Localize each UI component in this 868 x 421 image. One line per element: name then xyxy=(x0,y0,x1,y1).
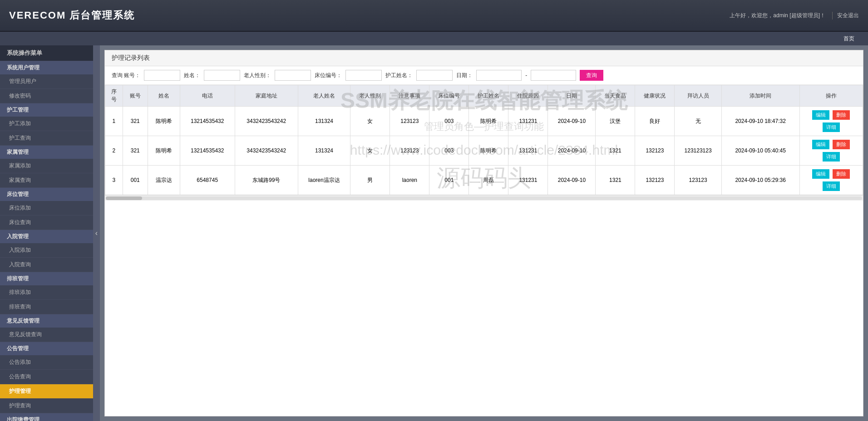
nurse-input[interactable] xyxy=(416,70,453,81)
account-input[interactable] xyxy=(144,70,180,81)
action-cell: 编辑 删除 详细 xyxy=(799,136,863,166)
panel-title: 护理记录列表 xyxy=(105,50,863,66)
col-account: 账号 xyxy=(123,85,148,107)
table-cell: 2024-09-10 05:29:36 xyxy=(721,166,799,195)
table-cell: 131231 xyxy=(508,136,548,166)
sidebar-item-family-query[interactable]: 家属查询 xyxy=(0,173,93,188)
welcome-text: 上午好，欢迎您，admin [超级管理员]！ xyxy=(730,12,825,20)
table-cell: 321 xyxy=(123,107,148,136)
table-cell: 女 xyxy=(350,136,390,166)
sidebar-item-bed-add[interactable]: 床位添加 xyxy=(0,201,93,215)
sidebar-item-nurse-add[interactable]: 护工添加 xyxy=(0,117,93,131)
date-label: 日期： xyxy=(456,72,473,79)
table-cell: 131324 xyxy=(298,107,350,136)
edit-button[interactable]: 编辑 xyxy=(812,169,829,179)
table-cell: 周磊 xyxy=(469,166,508,195)
col-addtime: 添加时间 xyxy=(721,85,799,107)
table-cell: 1321 xyxy=(596,136,635,166)
date-start-input[interactable] xyxy=(476,70,522,81)
sidebar-item-notice-add[interactable]: 公告添加 xyxy=(0,355,93,370)
top-nav: 首页 xyxy=(0,32,868,45)
sidebar-group-family: 家属管理 xyxy=(0,146,93,159)
gender-input[interactable] xyxy=(275,70,311,81)
col-address: 家庭地址 xyxy=(235,85,298,107)
search-button[interactable]: 查询 xyxy=(580,70,603,81)
sidebar-item-family-add[interactable]: 家属添加 xyxy=(0,159,93,173)
table-cell: 123123123 xyxy=(675,136,721,166)
sidebar-item-feedback-query[interactable]: 意见反馈查询 xyxy=(0,328,93,342)
table-cell: 陈明希 xyxy=(148,136,180,166)
table-cell: 131231 xyxy=(508,107,548,136)
scroll-thumb[interactable] xyxy=(106,196,142,200)
table-cell: 3432423543242 xyxy=(235,136,298,166)
bed-input[interactable] xyxy=(345,70,382,81)
table-cell: 003 xyxy=(429,107,469,136)
header: VERECOM 后台管理系统 上午好，欢迎您，admin [超级管理员]！ 安全… xyxy=(0,0,868,32)
main-layout: 系统操作菜单 系统用户管理 管理员用户 修改密码 护工管理 护工添加 护工查询 … xyxy=(0,45,868,421)
home-nav-item[interactable]: 首页 xyxy=(839,35,859,43)
sidebar-item-care-mgmt[interactable]: 护理管理 xyxy=(0,384,93,399)
col-seq: 序号 xyxy=(105,85,123,107)
col-nurse: 护工姓名 xyxy=(469,85,508,107)
table-row: 3001温宗达6548745东城路99号laoren温宗达男laoren001周… xyxy=(105,166,863,195)
action-cell: 编辑 删除 详细 xyxy=(799,107,863,136)
col-elder-name: 老人姓名 xyxy=(298,85,350,107)
sidebar-item-notice-query[interactable]: 公告查询 xyxy=(0,370,93,384)
logo: VERECOM 后台管理系统 xyxy=(9,9,135,22)
table-cell: 131324 xyxy=(298,136,350,166)
sidebar-group-feedback: 意见反馈管理 xyxy=(0,314,93,328)
delete-button[interactable]: 删除 xyxy=(833,110,850,120)
logout-button[interactable]: 安全退出 xyxy=(832,12,859,20)
table-cell: 123123 xyxy=(390,136,429,166)
sidebar-item-schedule-query[interactable]: 排班查询 xyxy=(0,300,93,314)
table-cell: 陈明希 xyxy=(469,136,508,166)
sidebar-item-nurse-query[interactable]: 护工查询 xyxy=(0,131,93,146)
table-cell: laoren温宗达 xyxy=(298,166,350,195)
name-input[interactable] xyxy=(204,70,240,81)
edit-button[interactable]: 编辑 xyxy=(812,140,829,149)
detail-button[interactable]: 详细 xyxy=(823,181,840,191)
col-visitor: 拜访人员 xyxy=(675,85,721,107)
table-cell: 陈明希 xyxy=(148,107,180,136)
table-row: 1321陈明希132145354323432423543242131324女12… xyxy=(105,107,863,136)
sidebar-group-notice: 公告管理 xyxy=(0,342,93,355)
table-cell: 3 xyxy=(105,166,123,195)
col-action: 操作 xyxy=(799,85,863,107)
bottom-scrollbar[interactable] xyxy=(105,195,863,201)
table-cell: 汉堡 xyxy=(596,107,635,136)
sidebar-item-schedule-add[interactable]: 排班添加 xyxy=(0,285,93,300)
sidebar-item-admin-user[interactable]: 管理员用户 xyxy=(0,74,93,89)
sidebar-item-admission-add[interactable]: 入院添加 xyxy=(0,243,93,258)
table-cell: 13214535432 xyxy=(180,136,235,166)
sidebar-item-bed-query[interactable]: 床位查询 xyxy=(0,215,93,230)
sidebar-item-admission-query[interactable]: 入院查询 xyxy=(0,258,93,272)
table-cell: 2024-09-10 xyxy=(548,107,596,136)
table-cell: 1321 xyxy=(596,166,635,195)
col-health: 健康状况 xyxy=(635,85,675,107)
delete-button[interactable]: 删除 xyxy=(833,169,850,179)
delete-button[interactable]: 删除 xyxy=(833,140,850,149)
main-content: 护理记录列表 查询 账号： 姓名： 老人性别： 床位编号： 护工姓名： 日期： … xyxy=(100,45,868,421)
sidebar-collapse-button[interactable]: ‹ xyxy=(93,45,100,421)
detail-button[interactable]: 详细 xyxy=(823,122,840,132)
table-row: 2321陈明希132145354323432423543242131324女12… xyxy=(105,136,863,166)
sidebar-item-care-query[interactable]: 护理查询 xyxy=(0,399,93,413)
search-bar: 查询 账号： 姓名： 老人性别： 床位编号： 护工姓名： 日期： - 查询 xyxy=(105,66,863,85)
col-gender: 老人性别 xyxy=(350,85,390,107)
table-cell: 123123 xyxy=(390,107,429,136)
bed-label: 床位编号： xyxy=(315,72,342,79)
table-cell: 2024-09-10 18:47:32 xyxy=(721,107,799,136)
sidebar-title: 系统操作菜单 xyxy=(0,45,93,61)
sidebar-group-bed: 床位管理 xyxy=(0,188,93,201)
detail-button[interactable]: 详细 xyxy=(823,152,840,162)
table-cell: 001 xyxy=(123,166,148,195)
table-cell: 003 xyxy=(429,136,469,166)
table-cell: 2024-09-10 xyxy=(548,166,596,195)
header-right: 上午好，欢迎您，admin [超级管理员]！ 安全退出 xyxy=(730,12,859,20)
sidebar-group-admission: 入院管理 xyxy=(0,230,93,243)
table-cell: 321 xyxy=(123,136,148,166)
edit-button[interactable]: 编辑 xyxy=(812,110,829,120)
col-reason: 住院原因 xyxy=(508,85,548,107)
sidebar-item-change-pwd[interactable]: 修改密码 xyxy=(0,89,93,103)
date-end-input[interactable] xyxy=(531,70,576,81)
